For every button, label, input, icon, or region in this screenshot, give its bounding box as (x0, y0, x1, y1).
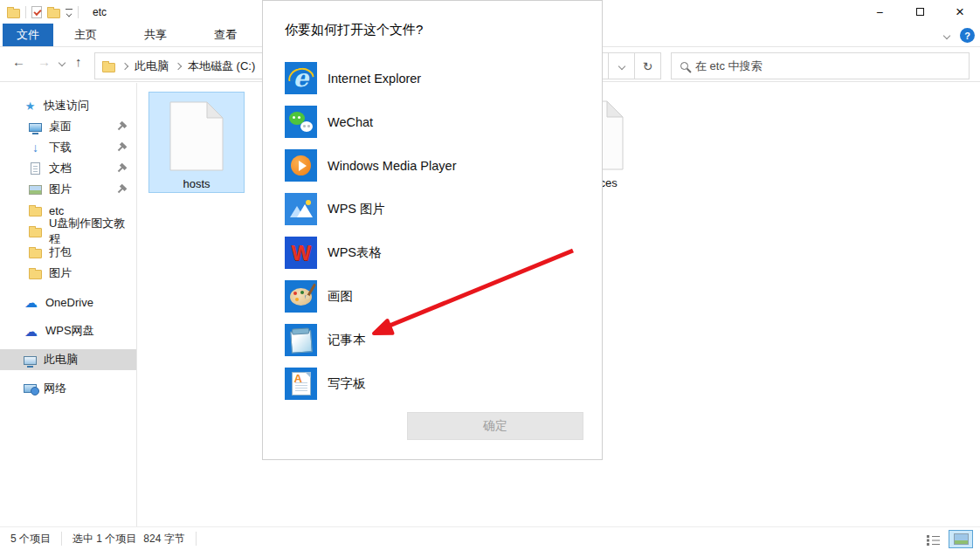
notepad-icon (285, 324, 317, 356)
folder-icon (29, 207, 42, 217)
forward-button: → (38, 54, 51, 69)
app-label: 画图 (328, 288, 353, 305)
up-button[interactable]: ↑ (75, 54, 82, 69)
status-total-items: 5 个项目 (0, 532, 61, 547)
sidebar-item-this-pc[interactable]: 此电脑 (0, 349, 136, 370)
internet-explorer-icon: e (285, 62, 317, 94)
app-option-paint[interactable]: 画图 (285, 280, 456, 313)
window-controls: − × (859, 0, 980, 24)
sidebar-item-label: 打包 (49, 244, 72, 260)
wechat-icon (285, 106, 317, 138)
chevron-right-icon[interactable] (121, 62, 128, 69)
sidebar-item-onedrive[interactable]: ☁ OneDrive (0, 292, 136, 313)
refresh-button[interactable]: ↻ (634, 53, 660, 79)
tab-share[interactable]: 共享 (130, 24, 181, 46)
search-icon (680, 62, 688, 70)
expand-ribbon-chevron-icon[interactable] (943, 31, 950, 38)
divider (78, 6, 79, 18)
sidebar-item-label: 图片 (49, 265, 72, 281)
customize-toolbar-dropdown-icon[interactable] (66, 9, 72, 16)
sidebar-item-label: WPS网盘 (45, 323, 94, 339)
sidebar-item-pictures-folder[interactable]: 图片 (0, 263, 136, 284)
sidebar-item-desktop[interactable]: 桌面 (0, 116, 136, 137)
search-box[interactable] (671, 52, 970, 79)
folder-icon (29, 270, 42, 279)
sidebar-item-documents[interactable]: 文档 (0, 158, 136, 179)
app-option-wps-spreadsheet[interactable]: W WPS表格 (285, 237, 456, 269)
thumbnail-view-button[interactable] (949, 530, 973, 548)
tab-file[interactable]: 文件 (3, 24, 53, 46)
folder-icon (29, 249, 42, 258)
app-option-wps-pictures[interactable]: WPS 图片 (285, 193, 456, 225)
sidebar-item-label: OneDrive (45, 296, 93, 309)
breadcrumb-local-disk-c[interactable]: 本地磁盘 (C:) (188, 58, 255, 74)
status-selected-items: 选中 1 个项目 (62, 532, 140, 547)
new-folder-icon[interactable] (47, 9, 60, 18)
close-button[interactable]: × (940, 0, 980, 24)
app-label: 记事本 (328, 332, 366, 348)
ok-button[interactable]: 确定 (407, 412, 583, 440)
chevron-down-icon (618, 62, 625, 69)
explorer-window: etc − × 文件 主页 共享 查看 ? ← → ↑ 此电脑 本地 (0, 0, 980, 550)
sidebar-item-wps-cloud[interactable]: ☁ WPS网盘 (0, 320, 136, 341)
close-icon: × (956, 3, 964, 21)
window-title: etc (93, 6, 107, 18)
app-label: Internet Explorer (328, 72, 421, 86)
tab-view[interactable]: 查看 (200, 24, 251, 46)
breadcrumb-this-pc[interactable]: 此电脑 (135, 58, 169, 74)
view-switcher (921, 530, 973, 548)
details-view-button[interactable] (921, 530, 945, 548)
app-option-wordpad[interactable]: 写字板 (285, 368, 456, 400)
sidebar-item-pictures[interactable]: 图片 (0, 179, 136, 200)
sidebar-item-downloads[interactable]: ↓ 下载 (0, 137, 136, 158)
search-input[interactable] (695, 59, 940, 72)
paint-icon (285, 280, 317, 313)
address-dropdown-button[interactable] (608, 53, 634, 79)
divider (0, 284, 136, 292)
sidebar-item-label: 图片 (49, 182, 72, 197)
recent-locations-chevron-icon[interactable] (59, 59, 66, 66)
maximize-icon (916, 8, 924, 16)
app-option-internet-explorer[interactable]: e Internet Explorer (285, 62, 456, 94)
sidebar-item-quick-access[interactable]: ★ 快速访问 (0, 95, 136, 116)
quick-access-toolbar: etc (0, 6, 107, 18)
sidebar-item-package[interactable]: 打包 (0, 242, 136, 263)
file-name: hosts (183, 177, 210, 190)
folder-icon (29, 228, 42, 237)
dialog-title: 你要如何打开这个文件? (285, 22, 423, 38)
divider (196, 532, 197, 546)
divider (0, 313, 136, 320)
onedrive-cloud-icon: ☁ (24, 296, 38, 309)
divider (0, 370, 136, 378)
app-option-notepad[interactable]: 记事本 (285, 324, 456, 356)
app-option-windows-media-player[interactable]: Windows Media Player (285, 149, 456, 182)
open-with-dialog: 你要如何打开这个文件? e Internet Explorer WeChat W… (262, 0, 603, 460)
sidebar-item-label: 网络 (44, 381, 66, 396)
app-label: WPS表格 (328, 244, 382, 261)
help-icon[interactable]: ? (960, 28, 975, 43)
divider (0, 341, 136, 349)
tab-home[interactable]: 主页 (60, 24, 111, 46)
windows-media-player-icon (285, 149, 317, 182)
sidebar-item-label: 文档 (49, 161, 72, 176)
ribbon-right-controls: ? (944, 24, 975, 47)
back-button[interactable]: ← (12, 54, 25, 69)
chevron-right-icon[interactable] (175, 62, 182, 69)
minimize-button[interactable]: − (859, 0, 900, 24)
app-label: WPS 图片 (328, 201, 385, 217)
this-pc-icon (24, 356, 37, 365)
file-hosts[interactable]: hosts (148, 92, 245, 193)
thumbnail-view-icon (954, 533, 969, 545)
sidebar-item-usb-tutorial[interactable]: U盘制作图文教程 (0, 221, 136, 242)
app-label: 写字板 (328, 375, 366, 392)
app-option-wechat[interactable]: WeChat (285, 106, 456, 138)
sidebar: ★ 快速访问 桌面 ↓ 下载 文档 图片 etc U盘制作 (0, 83, 137, 526)
folder-icon[interactable] (7, 9, 20, 18)
desktop-icon (29, 123, 42, 132)
maximize-button[interactable] (900, 0, 940, 24)
statusbar: 5 个项目 选中 1 个项目 824 字节 (0, 526, 980, 550)
pictures-icon (29, 185, 42, 195)
properties-check-icon[interactable] (31, 6, 42, 18)
sidebar-item-network[interactable]: 网络 (0, 378, 136, 399)
wps-cloud-icon: ☁ (24, 325, 38, 338)
